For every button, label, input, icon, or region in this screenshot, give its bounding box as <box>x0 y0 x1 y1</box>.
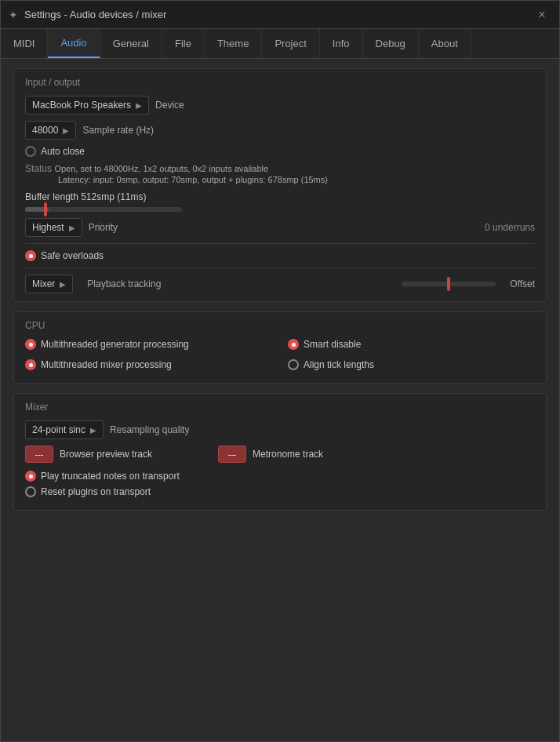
playback-row: Mixer ▶ Playback tracking Offset <box>25 275 535 293</box>
sample-rate-arrow: ▶ <box>63 126 69 135</box>
play-truncated-label: Play truncated notes on transport <box>41 471 180 482</box>
reset-plugins-label: Reset plugins on transport <box>41 486 151 497</box>
smart-disable-radio[interactable] <box>288 339 299 350</box>
multithreaded-gen-radio[interactable] <box>25 339 36 350</box>
separator-1 <box>25 243 535 244</box>
priority-dropdown[interactable]: Highest ▶ <box>25 218 82 237</box>
buffer-slider[interactable] <box>25 207 182 212</box>
metronome-label: Metronome track <box>253 449 323 460</box>
metronome-btn[interactable]: --- Metronome track <box>218 446 323 463</box>
playback-tracking-label: Playback tracking <box>87 278 161 289</box>
sample-rate-dropdown[interactable]: 48000 ▶ <box>25 121 76 140</box>
play-truncated-row: Play truncated notes on transport <box>25 471 535 482</box>
input-output-section: Input / output MacBook Pro Speakers ▶ De… <box>13 68 547 302</box>
offset-label: Offset <box>510 278 535 289</box>
tab-file[interactable]: File <box>162 29 205 58</box>
cpu-options-grid: Multithreaded generator processing Smart… <box>25 339 535 375</box>
tab-about[interactable]: About <box>419 29 471 58</box>
settings-window: ✦ Settings - Audio devices / mixer × MID… <box>0 0 560 742</box>
multithreaded-mix-label: Multithreaded mixer processing <box>41 359 172 370</box>
mixer-section: Mixer 24-point sinc ▶ Resampling quality… <box>13 393 547 511</box>
smart-disable-label: Smart disable <box>304 339 361 350</box>
cpu-title: CPU <box>25 320 535 331</box>
resampling-row: 24-point sinc ▶ Resampling quality <box>25 420 535 439</box>
safe-overloads-row: Safe overloads <box>25 250 535 261</box>
play-truncated-radio[interactable] <box>25 471 36 482</box>
content-area: Input / output MacBook Pro Speakers ▶ De… <box>1 59 559 741</box>
multithreaded-mix-radio[interactable] <box>25 359 36 370</box>
browser-preview-btn[interactable]: --- Browser preview track <box>25 446 152 463</box>
mixer-arrow: ▶ <box>60 280 66 289</box>
browser-preview-label: Browser preview track <box>60 449 152 460</box>
sample-rate-row: 48000 ▶ Sample rate (Hz) <box>25 121 535 140</box>
multithreaded-gen-row: Multithreaded generator processing <box>25 339 272 350</box>
device-row: MacBook Pro Speakers ▶ Device <box>25 96 535 115</box>
align-tick-label: Align tick lengths <box>304 359 374 370</box>
mixer-title: Mixer <box>25 402 535 413</box>
buffer-label: Buffer length 512smp (11ms) <box>25 191 535 202</box>
align-tick-row: Align tick lengths <box>288 359 535 370</box>
device-dropdown-arrow: ▶ <box>136 101 142 110</box>
device-dropdown[interactable]: MacBook Pro Speakers ▶ <box>25 96 149 115</box>
latency-text: Latency: input: 0smp, output: 70smp, out… <box>58 175 328 184</box>
resampling-label: Resampling quality <box>110 424 189 435</box>
sample-rate-label: Sample rate (Hz) <box>82 125 154 136</box>
auto-close-label: Auto close <box>41 146 85 157</box>
safe-overloads-radio[interactable] <box>25 250 36 261</box>
priority-arrow: ▶ <box>69 224 75 232</box>
buffer-slider-thumb <box>44 202 47 216</box>
title-bar: ✦ Settings - Audio devices / mixer × <box>1 1 559 29</box>
priority-row: Highest ▶ Priority 0 underruns <box>25 218 535 237</box>
underruns-label: 0 underruns <box>485 222 535 233</box>
playback-thumb <box>447 277 450 291</box>
reset-plugins-row: Reset plugins on transport <box>25 486 535 497</box>
playback-slider[interactable] <box>402 282 496 286</box>
tab-midi[interactable]: MIDI <box>1 29 48 58</box>
align-tick-radio[interactable] <box>288 359 299 370</box>
tab-project[interactable]: Project <box>262 29 319 58</box>
nav-tabs: MIDI Audio General File Theme Project In… <box>1 29 559 59</box>
status-text: Open, set to 48000Hz, 1x2 outputs, 0x2 i… <box>54 164 268 173</box>
buffer-section: Buffer length 512smp (11ms) <box>25 191 535 212</box>
auto-close-checkbox[interactable] <box>25 146 36 157</box>
mixer-tracks-row: --- Browser preview track --- Metronome … <box>25 446 535 463</box>
close-button[interactable]: × <box>533 5 551 24</box>
resampling-arrow: ▶ <box>90 426 96 435</box>
tab-general[interactable]: General <box>100 29 162 58</box>
separator-2 <box>25 267 535 268</box>
resampling-dropdown[interactable]: 24-point sinc ▶ <box>25 420 104 439</box>
reset-plugins-radio[interactable] <box>25 486 36 497</box>
metronome-btn-box: --- <box>218 446 246 463</box>
cpu-section: CPU Multithreaded generator processing S… <box>13 311 547 384</box>
tab-debug[interactable]: Debug <box>363 29 419 58</box>
status-row: Status Open, set to 48000Hz, 1x2 outputs… <box>25 163 535 185</box>
smart-disable-row: Smart disable <box>288 339 535 350</box>
browser-preview-btn-box: --- <box>25 446 53 463</box>
settings-icon: ✦ <box>9 9 18 21</box>
safe-overloads-label: Safe overloads <box>41 250 104 261</box>
tab-theme[interactable]: Theme <box>205 29 262 58</box>
multithreaded-mix-row: Multithreaded mixer processing <box>25 359 272 370</box>
status-label: Status <box>25 163 54 174</box>
multithreaded-gen-label: Multithreaded generator processing <box>41 339 189 350</box>
auto-close-row: Auto close <box>25 146 535 157</box>
window-title: Settings - Audio devices / mixer <box>24 9 533 20</box>
input-output-title: Input / output <box>25 77 535 88</box>
priority-label: Priority <box>89 222 118 233</box>
device-label: Device <box>155 100 184 111</box>
tab-info[interactable]: Info <box>320 29 363 58</box>
tab-audio[interactable]: Audio <box>48 29 100 58</box>
mixer-dropdown[interactable]: Mixer ▶ <box>25 275 73 293</box>
